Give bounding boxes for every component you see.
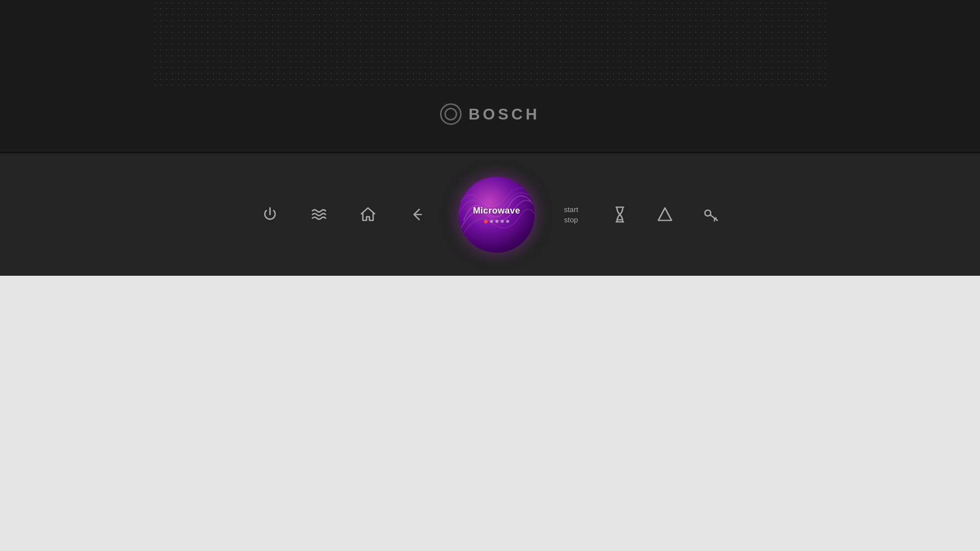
- bosch-icon: [440, 103, 462, 125]
- stop-label: stop: [564, 215, 578, 225]
- warning-button[interactable]: [653, 202, 677, 227]
- bosch-logo: BOSCH: [440, 103, 540, 125]
- knob-dot-1: [484, 220, 488, 223]
- power-button[interactable]: [258, 202, 282, 227]
- knob-dots: [484, 220, 509, 223]
- knob-dot-5: [506, 220, 509, 223]
- right-icon-group: [608, 202, 722, 227]
- knob-dot-2: [490, 220, 493, 223]
- knob-label: Microwave: [473, 206, 520, 216]
- brand-name: BOSCH: [468, 105, 540, 123]
- knob-dot-3: [495, 220, 498, 223]
- start-stop-button[interactable]: start stop: [564, 204, 578, 225]
- back-button[interactable]: [405, 202, 429, 227]
- dot-grid-texture: [152, 0, 828, 88]
- waves-button[interactable]: [307, 202, 331, 227]
- key-button[interactable]: [698, 202, 722, 227]
- knob-dot-4: [501, 220, 504, 223]
- home-button[interactable]: [356, 202, 380, 227]
- top-panel: BOSCH: [0, 0, 980, 152]
- start-label: start: [564, 204, 578, 215]
- control-panel: Microwave start stop: [0, 153, 980, 276]
- controls-row: Microwave start stop: [258, 172, 722, 258]
- timer-button[interactable]: [608, 202, 632, 227]
- mode-knob[interactable]: Microwave: [459, 177, 535, 253]
- svg-point-0: [705, 210, 711, 216]
- bottom-section: [0, 276, 980, 551]
- mode-knob-wrapper: Microwave: [454, 172, 539, 258]
